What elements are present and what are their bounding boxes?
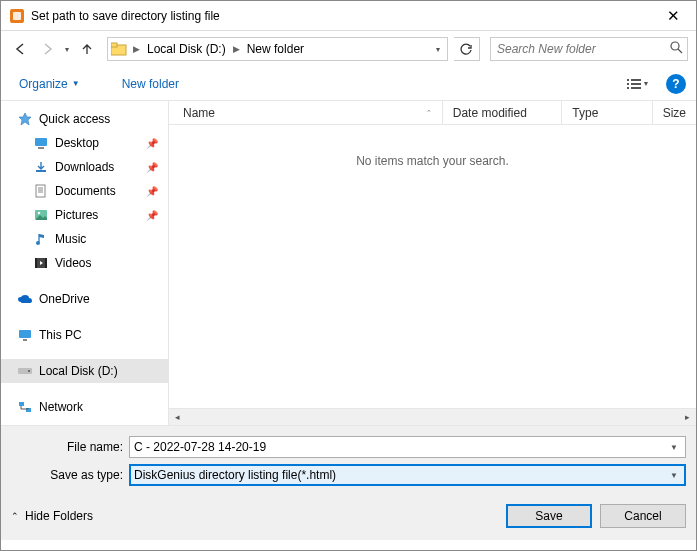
svg-rect-28 <box>23 339 27 341</box>
column-size[interactable]: Size <box>653 101 696 124</box>
column-label: Name <box>179 106 215 120</box>
column-name[interactable]: Name ⌃ <box>169 101 443 124</box>
nav-this-pc[interactable]: This PC <box>1 323 168 347</box>
svg-rect-14 <box>38 147 44 149</box>
pin-icon: 📌 <box>146 162 158 173</box>
help-button[interactable]: ? <box>666 74 686 94</box>
close-button[interactable]: ✕ <box>651 1 696 30</box>
nav-quick-access[interactable]: Quick access <box>1 107 168 131</box>
nav-label: Videos <box>55 256 91 270</box>
column-type[interactable]: Type <box>562 101 652 124</box>
new-folder-button[interactable]: New folder <box>114 74 187 94</box>
column-headers: Name ⌃ Date modified Type Size <box>169 101 696 125</box>
svg-rect-1 <box>13 12 21 20</box>
dialog-body: Quick access Desktop 📌 Downloads 📌 Docum… <box>1 101 696 425</box>
folder-icon <box>108 42 130 56</box>
pictures-icon <box>33 207 49 223</box>
horizontal-scrollbar[interactable]: ◂ ▸ <box>169 408 696 425</box>
svg-rect-10 <box>627 87 629 89</box>
nav-label: Music <box>55 232 86 246</box>
svg-point-30 <box>28 370 30 372</box>
svg-rect-6 <box>627 79 629 81</box>
file-name-value: C - 2022-07-28 14-20-19 <box>134 440 667 454</box>
sort-caret-icon: ⌃ <box>426 109 432 117</box>
svg-rect-13 <box>35 138 47 146</box>
nav-label: Downloads <box>55 160 114 174</box>
chevron-down-icon[interactable]: ▼ <box>667 443 681 452</box>
bottom-panel: File name: C - 2022-07-28 14-20-19 ▼ Sav… <box>1 425 696 540</box>
pin-icon: 📌 <box>146 186 158 197</box>
column-label: Type <box>572 106 598 120</box>
search-box[interactable] <box>490 37 688 61</box>
address-dropdown[interactable]: ▾ <box>429 45 447 54</box>
file-name-input[interactable]: C - 2022-07-28 14-20-19 ▼ <box>129 436 686 458</box>
chevron-down-icon: ▼ <box>643 80 650 87</box>
navigation-pane[interactable]: Quick access Desktop 📌 Downloads 📌 Docum… <box>1 101 168 425</box>
nav-documents[interactable]: Documents 📌 <box>1 179 168 203</box>
svg-line-5 <box>678 49 682 53</box>
nav-music[interactable]: Music <box>1 227 168 251</box>
file-name-label: File name: <box>11 440 129 454</box>
refresh-button[interactable] <box>454 37 480 61</box>
save-type-label: Save as type: <box>11 468 129 482</box>
svg-rect-16 <box>36 185 45 197</box>
view-options-button[interactable]: ▼ <box>622 73 654 95</box>
nav-label: Desktop <box>55 136 99 150</box>
breadcrumb-item[interactable]: Local Disk (D:) <box>143 38 230 60</box>
address-bar[interactable]: ▶ Local Disk (D:) ▶ New folder ▾ <box>107 37 448 61</box>
nav-row: ▾ ▶ Local Disk (D:) ▶ New folder ▾ <box>1 31 696 67</box>
back-button[interactable] <box>9 37 33 61</box>
svg-rect-3 <box>111 43 117 47</box>
nav-videos[interactable]: Videos <box>1 251 168 275</box>
svg-rect-24 <box>35 258 37 268</box>
window-title: Set path to save directory listing file <box>31 9 651 23</box>
svg-rect-25 <box>45 258 47 268</box>
chevron-down-icon[interactable]: ▼ <box>667 471 681 480</box>
nav-pictures[interactable]: Pictures 📌 <box>1 203 168 227</box>
scroll-right-button[interactable]: ▸ <box>679 409 696 426</box>
svg-rect-27 <box>19 330 31 338</box>
breadcrumb-item[interactable]: New folder <box>243 38 308 60</box>
network-icon <box>17 399 33 415</box>
videos-icon <box>33 255 49 271</box>
save-type-select[interactable]: DiskGenius directory listing file(*.html… <box>129 464 686 486</box>
nav-network[interactable]: Network <box>1 395 168 419</box>
file-list-pane: Name ⌃ Date modified Type Size No items … <box>168 101 696 425</box>
documents-icon <box>33 183 49 199</box>
up-button[interactable] <box>75 37 99 61</box>
column-date-modified[interactable]: Date modified <box>443 101 563 124</box>
nav-onedrive[interactable]: OneDrive <box>1 287 168 311</box>
search-icon[interactable] <box>670 41 683 57</box>
star-icon <box>17 111 33 127</box>
chevron-down-icon: ▼ <box>72 79 80 88</box>
chevron-right-icon[interactable]: ▶ <box>230 44 243 54</box>
nav-label: This PC <box>39 328 82 342</box>
nav-label: Pictures <box>55 208 98 222</box>
nav-downloads[interactable]: Downloads 📌 <box>1 155 168 179</box>
organize-button[interactable]: Organize ▼ <box>11 74 88 94</box>
svg-point-22 <box>36 241 40 245</box>
chevron-right-icon[interactable]: ▶ <box>130 44 143 54</box>
desktop-icon <box>33 135 49 151</box>
nav-label: OneDrive <box>39 292 90 306</box>
cancel-button[interactable]: Cancel <box>600 504 686 528</box>
hide-folders-button[interactable]: ⌃ Hide Folders <box>11 509 93 523</box>
scroll-left-button[interactable]: ◂ <box>169 409 186 426</box>
organize-label: Organize <box>19 77 68 91</box>
recent-dropdown[interactable]: ▾ <box>61 37 73 61</box>
toolbar: Organize ▼ New folder ▼ ? <box>1 67 696 101</box>
nav-label: Local Disk (D:) <box>39 364 118 378</box>
svg-point-21 <box>38 212 41 215</box>
pin-icon: 📌 <box>146 138 158 149</box>
empty-message: No items match your search. <box>169 125 696 408</box>
nav-local-disk-d[interactable]: Local Disk (D:) <box>1 359 168 383</box>
title-bar: Set path to save directory listing file … <box>1 1 696 31</box>
svg-rect-9 <box>631 83 641 85</box>
save-button[interactable]: Save <box>506 504 592 528</box>
search-input[interactable] <box>495 41 670 57</box>
nav-desktop[interactable]: Desktop 📌 <box>1 131 168 155</box>
downloads-icon <box>33 159 49 175</box>
forward-button <box>35 37 59 61</box>
chevron-up-icon: ⌃ <box>11 511 19 521</box>
nav-label: Network <box>39 400 83 414</box>
